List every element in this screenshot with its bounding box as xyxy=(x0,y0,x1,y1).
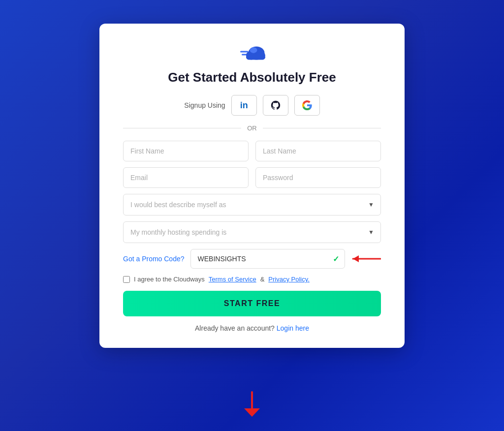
password-input[interactable] xyxy=(255,167,381,188)
signup-row: Signup Using in xyxy=(123,95,381,116)
email-input[interactable] xyxy=(123,167,249,188)
svg-marker-10 xyxy=(244,408,260,417)
credentials-row xyxy=(123,167,381,188)
privacy-policy-link[interactable]: Privacy Policy. xyxy=(268,276,310,283)
or-divider: OR xyxy=(123,124,381,132)
login-text: Already have an account? xyxy=(195,324,275,332)
google-button[interactable] xyxy=(294,95,320,116)
terms-row: I agree to the Cloudways Terms of Servic… xyxy=(123,276,381,283)
promo-input[interactable] xyxy=(190,249,345,269)
name-row xyxy=(123,141,381,161)
last-name-input[interactable] xyxy=(255,141,381,161)
describe-select[interactable]: I would best describe myself as xyxy=(123,194,381,216)
red-arrow-right-icon xyxy=(349,252,381,266)
github-icon xyxy=(270,100,281,111)
cloud-logo-icon xyxy=(237,41,267,63)
page-title: Get Started Absolutely Free xyxy=(123,70,381,85)
divider-line-right xyxy=(263,128,381,128)
promo-row: Got a Promo Code? ✓ xyxy=(123,249,345,269)
login-row: Already have an account? Login here xyxy=(123,324,381,332)
promo-check-icon: ✓ xyxy=(333,254,339,264)
start-free-button[interactable]: START FREE xyxy=(123,291,381,316)
hosting-wrapper: My monthly hosting spending is ▼ xyxy=(123,221,381,243)
svg-marker-8 xyxy=(353,255,359,262)
logo-area xyxy=(123,41,381,63)
terms-checkbox[interactable] xyxy=(123,276,130,283)
and-text: & xyxy=(260,276,265,283)
google-icon xyxy=(302,100,313,111)
signup-label: Signup Using xyxy=(184,101,225,109)
linkedin-button[interactable]: in xyxy=(231,95,257,116)
bottom-arrow-container xyxy=(237,390,267,421)
first-name-input[interactable] xyxy=(123,141,249,161)
promo-section: Got a Promo Code? ✓ xyxy=(123,249,381,269)
terms-of-service-link[interactable]: Terms of Service xyxy=(209,276,256,283)
terms-text: I agree to the Cloudways xyxy=(134,276,205,283)
hosting-select[interactable]: My monthly hosting spending is xyxy=(123,221,381,243)
login-link[interactable]: Login here xyxy=(277,324,309,332)
svg-point-6 xyxy=(250,47,257,53)
or-text: OR xyxy=(247,124,257,132)
svg-rect-5 xyxy=(246,55,265,60)
divider-line-left xyxy=(123,128,241,128)
signup-card: Get Started Absolutely Free Signup Using… xyxy=(99,24,405,348)
github-button[interactable] xyxy=(263,95,288,116)
red-arrow-down-icon xyxy=(237,390,267,419)
promo-label: Got a Promo Code? xyxy=(123,255,185,263)
describe-wrapper: I would best describe myself as ▼ xyxy=(123,194,381,216)
linkedin-icon: in xyxy=(240,100,248,111)
promo-input-wrapper: ✓ xyxy=(190,249,345,269)
